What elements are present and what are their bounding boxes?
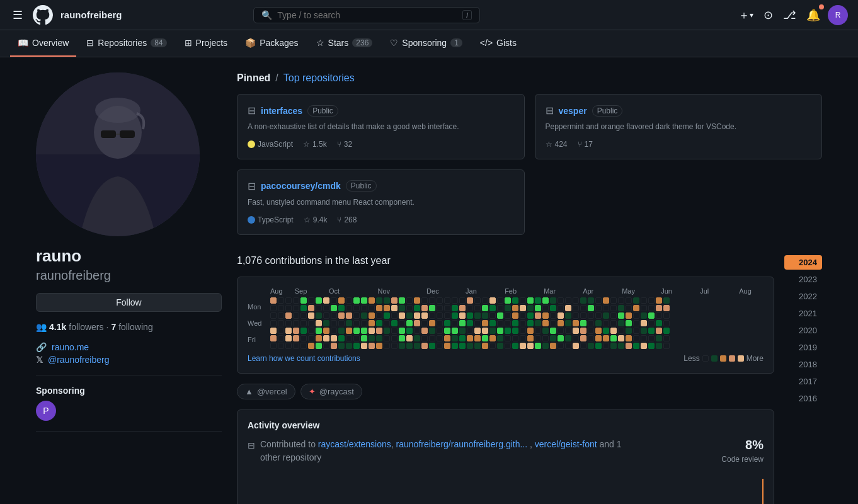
contrib-day[interactable] [285, 343, 292, 349]
contrib-day[interactable] [346, 343, 352, 349]
contrib-day[interactable] [421, 312, 428, 319]
contrib-day[interactable] [278, 297, 284, 304]
contrib-day[interactable] [331, 305, 337, 311]
contrib-day[interactable] [285, 320, 292, 326]
contrib-day[interactable] [489, 343, 496, 349]
contrib-day[interactable] [474, 297, 481, 304]
contrib-day[interactable] [580, 297, 586, 304]
contrib-day[interactable] [391, 312, 398, 319]
contrib-day[interactable] [618, 312, 624, 319]
contrib-day[interactable] [595, 343, 602, 349]
contrib-day[interactable] [497, 305, 503, 311]
contrib-day[interactable] [452, 320, 458, 326]
contrib-day[interactable] [626, 328, 632, 334]
contrib-day[interactable] [452, 312, 458, 319]
contrib-day[interactable] [338, 312, 345, 319]
contrib-day[interactable] [603, 312, 609, 319]
contrib-day[interactable] [376, 320, 382, 326]
contrib-day[interactable] [308, 297, 314, 304]
contrib-day[interactable] [641, 312, 647, 319]
contrib-day[interactable] [633, 305, 639, 311]
contrib-day[interactable] [550, 305, 556, 311]
contrib-day[interactable] [565, 343, 571, 349]
new-button[interactable]: ＋ ▾ [736, 5, 756, 25]
contrib-day[interactable] [300, 305, 307, 311]
contrib-day[interactable] [565, 320, 571, 326]
contrib-day[interactable] [633, 328, 639, 334]
contrib-day[interactable] [308, 328, 314, 334]
contrib-day[interactable] [399, 343, 405, 349]
contrib-day[interactable] [346, 297, 352, 304]
contrib-day[interactable] [656, 328, 662, 334]
year-2023[interactable]: 2023 [784, 272, 822, 287]
contrib-day[interactable] [316, 312, 322, 319]
contrib-day[interactable] [278, 305, 284, 311]
contrib-day[interactable] [520, 312, 526, 319]
contrib-day[interactable] [512, 328, 518, 334]
contrib-day[interactable] [527, 297, 534, 304]
contrib-day[interactable] [323, 312, 329, 319]
contrib-day[interactable] [406, 320, 413, 326]
contrib-day[interactable] [482, 312, 488, 319]
website-url[interactable]: rauno.me [52, 342, 89, 352]
contrib-day[interactable] [565, 305, 571, 311]
contrib-day[interactable] [459, 305, 466, 311]
contrib-day[interactable] [384, 335, 390, 341]
contrib-day[interactable] [656, 305, 662, 311]
contrib-day[interactable] [550, 328, 556, 334]
contrib-day[interactable] [338, 320, 345, 326]
contrib-day[interactable] [331, 320, 337, 326]
contrib-day[interactable] [270, 305, 277, 311]
contrib-day[interactable] [361, 297, 367, 304]
contrib-day[interactable] [558, 305, 564, 311]
user-avatar[interactable]: R [828, 5, 848, 25]
contrib-day[interactable] [346, 335, 352, 341]
contrib-day[interactable] [505, 297, 511, 304]
contrib-day[interactable] [618, 320, 624, 326]
contrib-day[interactable] [444, 312, 450, 319]
contrib-day[interactable] [474, 343, 481, 349]
repo-name[interactable]: vesper [559, 106, 587, 116]
contrib-day[interactable] [641, 335, 647, 341]
contrib-day[interactable] [467, 328, 473, 334]
contrib-day[interactable] [391, 320, 398, 326]
contrib-day[interactable] [270, 320, 277, 326]
contrib-day[interactable] [414, 312, 420, 319]
contrib-day[interactable] [459, 343, 466, 349]
contrib-day[interactable] [452, 335, 458, 341]
contrib-day[interactable] [535, 328, 541, 334]
contrib-day[interactable] [588, 328, 594, 334]
contrib-day[interactable] [300, 312, 307, 319]
repo-name[interactable]: pacocoursey/cmdk [261, 181, 341, 191]
contrib-day[interactable] [421, 305, 428, 311]
contrib-day[interactable] [353, 320, 360, 326]
contrib-day[interactable] [633, 320, 639, 326]
contrib-day[interactable] [437, 297, 443, 304]
contrib-day[interactable] [550, 320, 556, 326]
contrib-day[interactable] [459, 328, 466, 334]
contrib-day[interactable] [474, 305, 481, 311]
contrib-day[interactable] [595, 328, 602, 334]
contrib-day[interactable] [421, 320, 428, 326]
contrib-day[interactable] [429, 312, 435, 319]
contrib-day[interactable] [444, 297, 450, 304]
contrib-day[interactable] [497, 328, 503, 334]
contrib-day[interactable] [406, 335, 413, 341]
tab-overview[interactable]: 📖 Overview [10, 30, 76, 57]
contrib-day[interactable] [376, 305, 382, 311]
contrib-day[interactable] [406, 343, 413, 349]
contrib-day[interactable] [595, 335, 602, 341]
contrib-day[interactable] [641, 305, 647, 311]
contrib-day[interactable] [293, 305, 299, 311]
contrib-day[interactable] [558, 335, 564, 341]
contrib-day[interactable] [633, 343, 639, 349]
contrib-day[interactable] [437, 320, 443, 326]
search-input[interactable] [277, 10, 457, 20]
contrib-day[interactable] [663, 328, 670, 334]
contrib-day[interactable] [369, 305, 375, 311]
contrib-day[interactable] [633, 335, 639, 341]
contrib-day[interactable] [406, 297, 413, 304]
contrib-day[interactable] [474, 335, 481, 341]
contrib-day[interactable] [316, 335, 322, 341]
contrib-day[interactable] [285, 328, 292, 334]
